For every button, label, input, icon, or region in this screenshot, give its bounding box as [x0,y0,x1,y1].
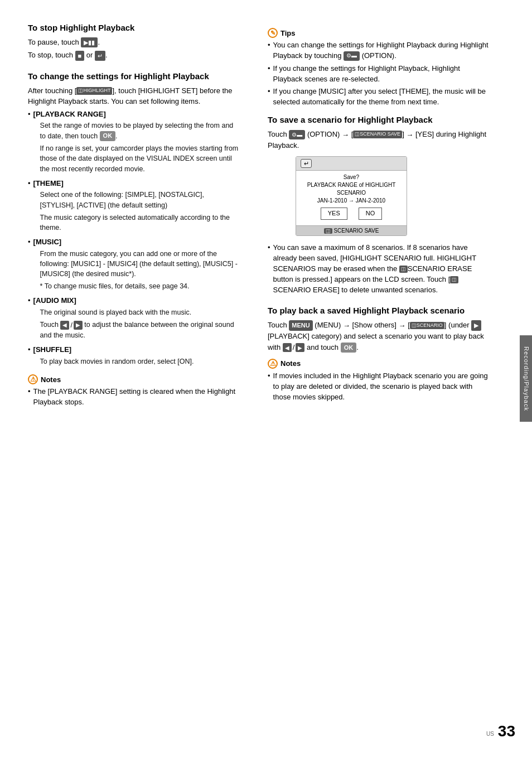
scenario-box-top: ↵ [296,157,407,171]
save-intro: Touch ⚙▬ (OPTION) → [◫SCENARIO SAVE] → [… [268,129,491,151]
save-note-1: You can save a maximum of 8 scenarios. I… [268,243,491,295]
highlight-icon: ◫HIGHLIGHT [76,87,112,95]
scenario-box-body: Save? PLAYBACK RANGE of HIGHLIGHT SCENAR… [296,171,407,225]
sidebar-tab: Recording/Playback [520,335,532,422]
stop-line: To stop, touch ■ or ↵. [28,50,240,61]
shuffle-desc: To play back movies in random order, sel… [40,356,194,367]
playback-range-label: [PLAYBACK RANGE] [33,109,240,120]
nav-arrows-icon: ◀/▶ [60,320,82,330]
notes-icon-playback: ⚠ [268,359,278,369]
arrow1-save: → [342,130,349,138]
playback-range-info: PLAYBACK RANGE of HIGHLIGHT SCENARIO [301,181,402,197]
notes-box-playback: ⚠ Notes If movies included in the Highli… [268,359,491,403]
section-playback: To play back a saved Highlight Playback … [268,305,491,402]
audio-mix-desc2: Touch ◀/▶ to adjust the balance between … [40,320,240,340]
playback-note-1: If movies included in the Highlight Play… [268,371,491,403]
page: To stop Highlight Playback To pause, tou… [0,0,532,757]
left-column: To stop Highlight Playback To pause, tou… [0,22,257,735]
playback-left-arrow: ◀ [283,343,292,352]
right-column: ✎ Tips You can change the settings for H… [257,22,502,735]
scenario-playback-icon: ◫SCENARIO [410,322,444,330]
page-number: 33 [498,722,515,740]
playback-range-item: [PLAYBACK RANGE] Set the range of movies… [28,109,240,176]
audio-mix-desc: The original sound is played back with t… [40,307,240,317]
yes-button[interactable]: YES [321,208,347,219]
audio-mix-label: [AUDIO MIX] [33,296,240,306]
shuffle-item: [SHUFFLE] To play back movies in random … [28,345,240,369]
playback-nav-arrows: ◀/▶ [283,342,305,353]
option-icon-save: ⚙▬ [289,130,305,139]
settings-list: [PLAYBACK RANGE] Set the range of movies… [28,109,240,369]
change-intro: After touching [◫HIGHLIGHT], touch [HIGH… [28,85,240,107]
save-notes-list: You can save a maximum of 8 scenarios. I… [268,243,491,295]
tips-box: ✎ Tips You can change the settings for H… [268,28,491,108]
notes-item-1: The [PLAYBACK RANGE] setting is cleared … [28,387,240,408]
scenario-footer: ◫ SCENARIO SAVE [296,225,407,235]
music-desc2: * To change music files, for details, se… [40,281,240,291]
ok-icon: OK [100,131,116,141]
notes-header-playback: ⚠ Notes [268,359,491,369]
tip-2: If you change the settings for Highlight… [268,64,491,85]
footer-scenario-icon: ◫ [324,228,332,234]
scenario-dialog-box: ↵ Save? PLAYBACK RANGE of HIGHLIGHT SCEN… [296,156,407,236]
change-heading: To change the settings for Highlight Pla… [28,71,240,82]
audio-mix-item: [AUDIO MIX] The original sound is played… [28,296,240,343]
theme-desc: Select one of the following: [SIMPLE], [… [40,190,240,210]
arrow2-save: → [406,130,413,138]
no-button[interactable]: NO [359,208,383,219]
tips-list: You can change the settings for Highligh… [268,40,491,108]
section-change: To change the settings for Highlight Pla… [28,71,240,408]
return-icon: ↵ [95,51,105,61]
scenario-erase-icon2: ◫ [450,276,458,283]
back-button-icon: ↵ [301,159,312,168]
scenario-erase-icon1: ◫ [399,266,408,273]
section-stop: To stop Highlight Playback To pause, tou… [28,22,240,61]
tips-icon: ✎ [268,28,278,38]
notes-icon-left: ⚠ [28,374,38,384]
theme-label: [THEME] [33,179,240,189]
playback-range-desc2: If no range is set, your camcorder plays… [40,143,240,173]
music-item: [MUSIC] From the music category, you can… [28,237,240,293]
playback-range-desc: Set the range of movies to be played by … [40,120,240,141]
date-range-info: JAN-1-2010 → JAN-2-2010 [301,197,402,205]
theme-item: [THEME] Select one of the following: [SI… [28,179,240,235]
right-arrow-icon: ▶ [74,321,83,330]
music-desc: From the music category, you can add one… [40,249,240,279]
option-icon: ⚙▬ [344,51,360,61]
tips-header: ✎ Tips [268,28,491,38]
save-heading: To save a scenario for Highlight Playbac… [268,114,491,126]
playback-heading: To play back a saved Highlight Playback … [268,305,491,316]
notes-header-left: ⚠ Notes [28,374,240,384]
shuffle-label: [SHUFFLE] [33,345,194,355]
playback-ok-icon: OK [341,343,357,353]
left-arrow-icon: ◀ [60,321,69,330]
save-question: Save? [301,173,402,181]
menu-icon: MENU [289,320,312,331]
us-label: US [486,731,494,737]
playback-cat-icon: ▶ [471,320,481,331]
pause-line: To pause, touch ▶▮▮. [28,37,240,48]
notes-box-left: ⚠ Notes The [PLAYBACK RANGE] setting is … [28,374,240,408]
playback-notes-list: If movies included in the Highlight Play… [268,371,491,403]
notes-list-left: The [PLAYBACK RANGE] setting is cleared … [28,387,240,408]
tip-3: If you change [MUSIC] after you select [… [268,86,491,108]
scenario-save-icon: ◫SCENARIO SAVE [353,131,402,138]
section-save: To save a scenario for Highlight Playbac… [268,114,491,295]
tip-1: You can change the settings for Highligh… [268,40,491,61]
scenario-yes-no: YES NO [301,208,402,219]
playback-intro: Touch MENU (MENU) → [Show others] → [◫SC… [268,320,491,353]
stop-icon: ■ [75,51,85,61]
stop-heading: To stop Highlight Playback [28,22,240,33]
play-pause-icon: ▶▮▮ [81,37,98,48]
theme-desc2: The music category is selected automatic… [40,213,240,233]
playback-right-arrow: ▶ [296,343,304,352]
music-label: [MUSIC] [33,237,240,248]
